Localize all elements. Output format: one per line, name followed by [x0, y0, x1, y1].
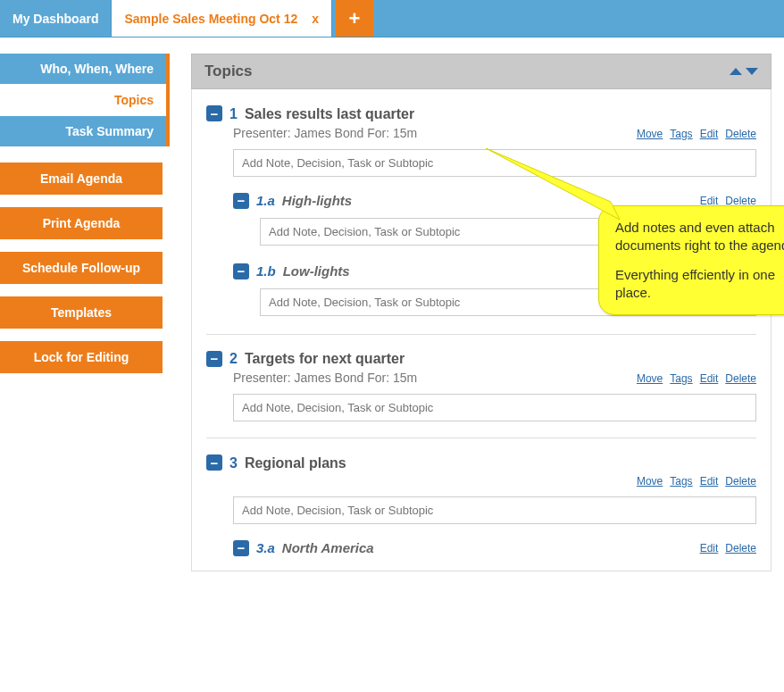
add-note-input[interactable]: [260, 218, 756, 246]
collapse-icon[interactable]: −: [233, 263, 249, 279]
print-agenda-button[interactable]: Print Agenda: [0, 207, 163, 239]
delete-link[interactable]: Delete: [725, 542, 756, 554]
topic-item: − 3 Regional plans Move Tags Edit Delete: [206, 454, 756, 556]
topic-item: − 2 Targets for next quarter Presenter: …: [206, 351, 756, 422]
topic-number: 2: [229, 351, 238, 367]
lock-editing-button[interactable]: Lock for Editing: [0, 341, 163, 373]
subtopic-item: − 1.a High-lights Edit Delete: [233, 193, 756, 246]
panel-sort-arrows[interactable]: [730, 68, 758, 75]
tab-meeting-label: Sample Sales Meeting Oct 12: [124, 12, 297, 26]
collapse-icon[interactable]: −: [233, 540, 249, 556]
edit-link[interactable]: Edit: [700, 265, 719, 278]
sidenav-topics[interactable]: Topics: [0, 84, 166, 115]
move-link[interactable]: Move: [637, 128, 663, 140]
edit-link[interactable]: Edit: [700, 195, 719, 207]
close-tab-icon[interactable]: x: [312, 12, 319, 26]
tags-link[interactable]: Tags: [670, 128, 692, 140]
move-link[interactable]: Move: [637, 372, 663, 385]
side-nav: Who, When, Where Topics Task Summary: [0, 54, 170, 146]
topic-title: Sales results last quarter: [245, 106, 414, 122]
divider: [206, 438, 756, 438]
subtopic-title: High-lights: [282, 193, 693, 208]
edit-link[interactable]: Edit: [700, 372, 719, 385]
add-note-input[interactable]: [233, 496, 756, 524]
divider: [206, 334, 756, 335]
edit-link[interactable]: Edit: [700, 542, 719, 554]
topic-number: 3: [229, 455, 238, 471]
topic-item: − 1 Sales results last quarter Presenter…: [206, 105, 756, 316]
tab-bar: My Dashboard Sample Sales Meeting Oct 12…: [0, 0, 784, 38]
add-note-input[interactable]: [260, 288, 756, 316]
panel-title: Topics: [204, 63, 253, 80]
collapse-icon[interactable]: −: [206, 454, 222, 471]
tab-meeting[interactable]: Sample Sales Meeting Oct 12 x: [112, 0, 332, 37]
edit-link[interactable]: Edit: [700, 128, 719, 140]
topic-number: 1: [229, 106, 238, 122]
delete-link[interactable]: Delete: [725, 475, 756, 488]
topic-meta: Presenter: James Bond For: 15m: [233, 371, 417, 385]
topic-title: Regional plans: [245, 455, 346, 471]
collapse-icon[interactable]: −: [233, 193, 249, 209]
subtopic-number: 3.a: [256, 540, 275, 555]
sidenav-who-when-where[interactable]: Who, When, Where: [0, 54, 166, 84]
add-note-input[interactable]: [233, 149, 756, 177]
subtopic-number: 1.b: [256, 263, 276, 279]
edit-link[interactable]: Edit: [700, 475, 719, 488]
tab-dashboard[interactable]: My Dashboard: [0, 0, 112, 37]
sidebar: Who, When, Where Topics Task Summary Ema…: [0, 38, 170, 386]
subtopic-title: North America: [282, 540, 693, 555]
main-panel: Topics − 1 Sales results last quarter Pr…: [170, 38, 784, 588]
sidenav-task-summary[interactable]: Task Summary: [0, 115, 166, 146]
collapse-icon[interactable]: −: [206, 351, 222, 367]
move-link[interactable]: Move: [637, 475, 663, 488]
add-tab-button[interactable]: +: [336, 0, 373, 37]
templates-button[interactable]: Templates: [0, 296, 163, 329]
panel-body: − 1 Sales results last quarter Presenter…: [191, 89, 771, 571]
delete-link[interactable]: Delete: [725, 265, 756, 278]
delete-link[interactable]: Delete: [725, 372, 756, 385]
subtopic-number: 1.a: [256, 193, 275, 208]
tags-link[interactable]: Tags: [670, 475, 692, 488]
delete-link[interactable]: Delete: [725, 128, 756, 140]
add-note-input[interactable]: [233, 394, 756, 421]
topic-title: Targets for next quarter: [245, 351, 405, 367]
subtopic-title: Low-lights: [283, 263, 693, 279]
topic-meta: Presenter: James Bond For: 15m: [233, 126, 417, 140]
tags-link[interactable]: Tags: [670, 372, 692, 385]
arrow-down-icon[interactable]: [746, 68, 758, 75]
arrow-up-icon[interactable]: [730, 68, 742, 75]
schedule-followup-button[interactable]: Schedule Follow-up: [0, 252, 163, 284]
collapse-icon[interactable]: −: [206, 105, 222, 121]
subtopic-item: − 1.b Low-lights Edit Delete: [233, 263, 756, 316]
delete-link[interactable]: Delete: [725, 195, 756, 207]
panel-header: Topics: [191, 54, 771, 89]
subtopic-item: − 3.a North America Edit Delete: [233, 540, 756, 556]
email-agenda-button[interactable]: Email Agenda: [0, 163, 163, 195]
